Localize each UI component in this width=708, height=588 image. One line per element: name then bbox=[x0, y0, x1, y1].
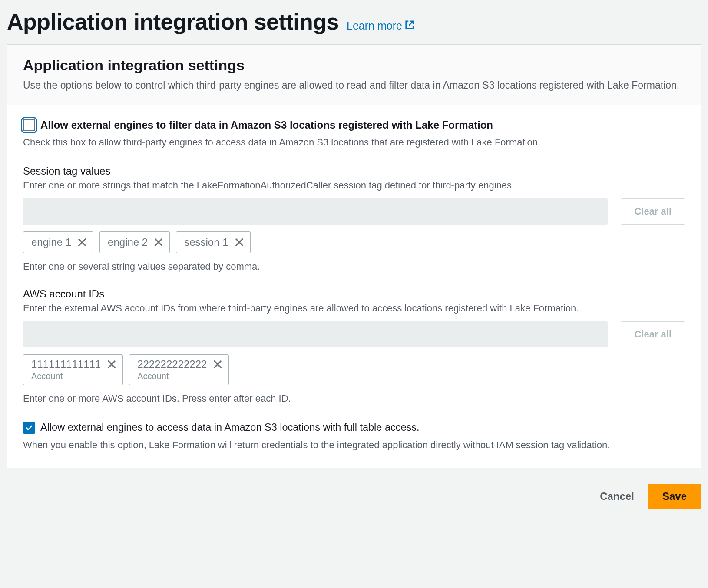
token-sublabel: Account bbox=[137, 371, 169, 381]
token-label: 111111111111 bbox=[31, 358, 101, 370]
remove-icon[interactable] bbox=[107, 360, 116, 369]
account-ids-input[interactable] bbox=[23, 321, 608, 347]
allow-filter-row: Allow external engines to filter data in… bbox=[23, 119, 685, 131]
account-ids-clear-all-button[interactable]: Clear all bbox=[621, 321, 685, 347]
session-tag-token: engine 2 bbox=[99, 231, 170, 253]
panel-description: Use the options below to control which t… bbox=[23, 78, 685, 92]
account-ids-tokens: 111111111111 Account 222222222222 A bbox=[23, 354, 685, 385]
account-id-token: 111111111111 Account bbox=[23, 354, 123, 385]
session-tags-hint: Enter one or more strings that match the… bbox=[23, 179, 685, 192]
remove-icon[interactable] bbox=[77, 238, 87, 247]
allow-filter-help: Check this box to allow third-party engi… bbox=[23, 135, 685, 149]
session-tags-tokens: engine 1 engine 2 session 1 bbox=[23, 231, 685, 253]
remove-icon[interactable] bbox=[235, 238, 244, 247]
session-tag-token: engine 1 bbox=[23, 231, 93, 253]
session-tags-footer-hint: Enter one or several string values separ… bbox=[23, 261, 685, 272]
settings-panel: Application integration settings Use the… bbox=[7, 44, 701, 468]
token-label: engine 2 bbox=[108, 236, 148, 248]
session-tags-input-row: Clear all bbox=[23, 198, 685, 225]
page-title: Application integration settings bbox=[7, 9, 339, 35]
page-header: Application integration settings Learn m… bbox=[7, 4, 701, 44]
account-ids-field: AWS account IDs Enter the external AWS a… bbox=[23, 288, 685, 404]
footer-actions: Cancel Save bbox=[7, 484, 701, 509]
allow-full-checkbox[interactable] bbox=[23, 422, 35, 434]
account-ids-footer-hint: Enter one or more AWS account IDs. Press… bbox=[23, 393, 685, 404]
allow-full-label[interactable]: Allow external engines to access data in… bbox=[40, 422, 420, 433]
panel-title: Application integration settings bbox=[23, 57, 685, 74]
token-sublabel: Account bbox=[31, 371, 63, 381]
session-tags-clear-all-button[interactable]: Clear all bbox=[621, 198, 685, 225]
session-tags-label: Session tag values bbox=[23, 165, 685, 177]
learn-more-label: Learn more bbox=[347, 20, 402, 32]
allow-full-section: Allow external engines to access data in… bbox=[23, 422, 685, 452]
save-button[interactable]: Save bbox=[648, 484, 701, 509]
session-tags-field: Session tag values Enter one or more str… bbox=[23, 165, 685, 272]
session-tags-input[interactable] bbox=[23, 198, 608, 225]
allow-filter-checkbox[interactable] bbox=[23, 119, 35, 131]
panel-body: Allow external engines to filter data in… bbox=[7, 105, 701, 467]
account-ids-input-row: Clear all bbox=[23, 321, 685, 347]
account-ids-hint: Enter the external AWS account IDs from … bbox=[23, 302, 685, 315]
remove-icon[interactable] bbox=[213, 360, 222, 369]
session-tag-token: session 1 bbox=[176, 231, 250, 253]
external-link-icon bbox=[405, 20, 414, 32]
cancel-button[interactable]: Cancel bbox=[596, 486, 638, 507]
panel-header: Application integration settings Use the… bbox=[7, 45, 701, 105]
remove-icon[interactable] bbox=[154, 238, 163, 247]
account-ids-label: AWS account IDs bbox=[23, 288, 685, 300]
token-label: session 1 bbox=[184, 236, 228, 248]
token-label: 222222222222 bbox=[137, 358, 207, 370]
token-label: engine 1 bbox=[31, 236, 71, 248]
learn-more-link[interactable]: Learn more bbox=[347, 20, 414, 32]
account-id-token: 222222222222 Account bbox=[129, 354, 229, 385]
allow-filter-label[interactable]: Allow external engines to filter data in… bbox=[40, 119, 493, 131]
allow-full-help: When you enable this option, Lake Format… bbox=[23, 438, 685, 452]
allow-full-row: Allow external engines to access data in… bbox=[23, 422, 685, 434]
